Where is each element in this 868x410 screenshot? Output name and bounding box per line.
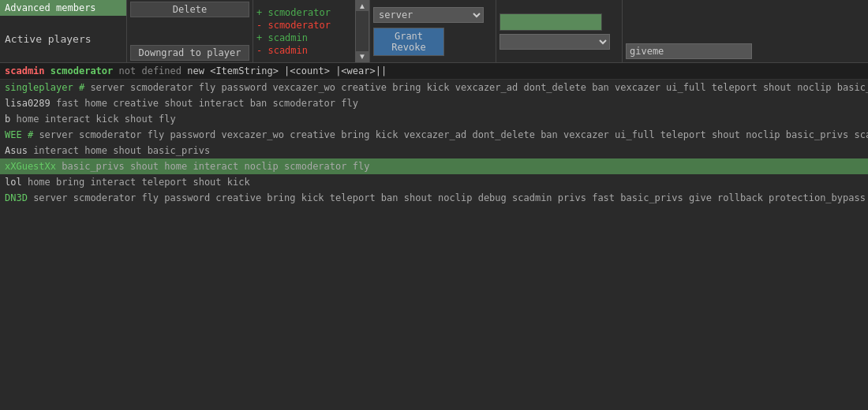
player-privs: fast home creative shout interact ban sc… <box>56 98 358 109</box>
server-select[interactable]: server <box>373 7 484 23</box>
table-row[interactable]: xXGuestXx basic_privs shout home interac… <box>0 158 868 174</box>
priv-minus-scmoderator[interactable]: - scmoderator <box>256 20 352 31</box>
scroll-down-button[interactable]: ▼ <box>356 51 369 62</box>
player-name: singleplayer <box>5 82 73 93</box>
table-row[interactable]: lol home bring interact teleport shout k… <box>0 174 868 190</box>
player-privs: home bring interact teleport shout kick <box>28 177 250 188</box>
player-privs: home interact kick shout fly <box>16 114 175 125</box>
privs-panel: + scmoderator - scmoderator + scadmin - … <box>253 0 355 62</box>
priv-minus-scadmin[interactable]: - scadmin <box>256 45 352 56</box>
hash-icon: # <box>22 129 39 140</box>
player-name: xXGuestXx <box>5 161 56 172</box>
player-name: b <box>5 114 10 125</box>
downgrad-button[interactable]: Downgrad to player <box>130 45 249 61</box>
server-panel: server Grant Revoke <box>369 0 496 62</box>
players-list-container: singleplayer # server scmoderator fly pa… <box>0 80 868 410</box>
table-row[interactable]: Asus interact home shout basic_privs <box>0 143 868 158</box>
status-item-string: <ItemString> <box>210 65 279 76</box>
table-row[interactable]: WEE # server scmoderator fly password ve… <box>0 127 868 143</box>
advanced-members-button[interactable]: Advanced members <box>0 0 126 16</box>
status-scadmin: scadmin <box>5 65 45 76</box>
delete-button[interactable]: Delete <box>130 2 249 17</box>
player-name: lisa0289 <box>5 98 51 109</box>
player-privs: server scmoderator fly password vexcazer… <box>90 82 868 93</box>
player-name: DN3D <box>5 192 28 203</box>
status-wear: |<wear>|| <box>335 65 387 76</box>
player-privs: interact home shout basic_privs <box>33 145 210 156</box>
status-scmoderator: scmoderator <box>51 65 113 76</box>
giveme-input[interactable] <box>626 43 752 59</box>
table-row[interactable]: lisa0289 fast home creative shout intera… <box>0 95 868 111</box>
hash-icon: # <box>73 82 91 93</box>
priv-plus-scadmin[interactable]: + scadmin <box>256 32 352 43</box>
green-status-box <box>499 13 602 31</box>
player-privs: basic_privs shout home interact noclip s… <box>62 161 369 172</box>
green-dropdown[interactable] <box>499 34 610 50</box>
players-container: singleplayer # server scmoderator fly pa… <box>0 80 868 206</box>
active-players-button[interactable]: Active players <box>0 16 126 62</box>
privs-scrollbar[interactable]: ▲ ▼ <box>355 0 369 62</box>
grant-revoke-button[interactable]: Grant Revoke <box>373 28 444 56</box>
status-bar: scadmin scmoderator not defined new <Ite… <box>0 63 868 80</box>
status-new: new <box>187 65 204 76</box>
player-privs: server scmoderator fly password creative… <box>33 192 868 203</box>
priv-plus-scmoderator[interactable]: + scmoderator <box>256 7 352 18</box>
giveme-panel <box>622 0 868 62</box>
player-name: WEE <box>5 129 22 140</box>
player-name: lol <box>5 177 22 188</box>
table-row[interactable]: b home interact kick shout fly <box>0 111 868 127</box>
scroll-track <box>356 11 369 51</box>
player-name: Asus <box>5 145 28 156</box>
scroll-up-button[interactable]: ▲ <box>356 1 369 11</box>
table-row[interactable]: DN3D server scmoderator fly password cre… <box>0 190 868 206</box>
status-count: |<count> <box>284 65 330 76</box>
status-not-defined: not defined <box>119 65 181 76</box>
player-privs: server scmoderator fly password vexcazer… <box>39 129 868 140</box>
table-row[interactable]: singleplayer # server scmoderator fly pa… <box>0 80 868 95</box>
